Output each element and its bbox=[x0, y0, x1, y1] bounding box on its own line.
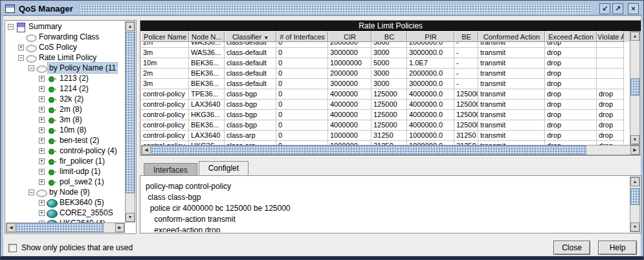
scroll-left-icon[interactable]: ◀ bbox=[6, 223, 16, 232]
tree-hscroll-thumb[interactable] bbox=[16, 223, 104, 232]
scroll-down-icon[interactable]: ▼ bbox=[630, 222, 639, 232]
tree-item[interactable]: +3m (8) bbox=[6, 114, 125, 125]
tree-item-label[interactable]: 10m (8) bbox=[58, 125, 87, 135]
scroll-down-icon[interactable]: ▼ bbox=[630, 135, 639, 144]
table-row[interactable]: 2mBEK36...class-default02000000300020000… bbox=[141, 69, 630, 79]
tree-expander-minus-icon[interactable]: − bbox=[28, 65, 34, 71]
tree-item-label[interactable]: 1213 (2) bbox=[58, 73, 90, 83]
table-vertical-scrollbar[interactable]: ▲ ▼ bbox=[630, 31, 640, 145]
table-row[interactable]: 3mWAS36...class-default03000000300030000… bbox=[141, 48, 630, 58]
tree-item-label[interactable]: Forwarding Class bbox=[38, 32, 100, 42]
tree-expander-minus-icon[interactable]: − bbox=[8, 24, 14, 30]
tree-item-label[interactable]: 1214 (2) bbox=[58, 83, 90, 94]
tree-item-label[interactable]: by Policy Name (11 bbox=[48, 63, 117, 73]
tree-item[interactable]: −by Node (9) bbox=[6, 187, 125, 197]
tree-item[interactable]: +1214 (2) bbox=[6, 83, 125, 94]
table-row[interactable]: control-policyLAX3640class-bgp0400000012… bbox=[141, 100, 630, 110]
column-header[interactable]: PIR bbox=[407, 31, 454, 42]
iconify-button[interactable]: ↙ bbox=[599, 3, 610, 14]
tree-expander-plus-icon[interactable]: + bbox=[39, 179, 45, 185]
table-row[interactable]: control-policyHKG36...class-bgp040000001… bbox=[141, 110, 630, 120]
column-header[interactable]: BC bbox=[372, 31, 407, 42]
tree-item[interactable]: +BEK3640 (5) bbox=[6, 197, 125, 208]
column-header[interactable]: Violate A bbox=[597, 31, 624, 42]
help-button[interactable]: Help bbox=[598, 241, 637, 255]
tree-expander-plus-icon[interactable]: + bbox=[39, 127, 45, 133]
scroll-up-icon[interactable]: ▲ bbox=[126, 22, 135, 31]
tree-expander-plus-icon[interactable]: + bbox=[39, 169, 45, 175]
tree-item[interactable]: −by Policy Name (11 bbox=[6, 63, 125, 73]
table-row[interactable]: 2mWAS36...class-default02000000300020000… bbox=[141, 42, 630, 48]
column-header[interactable]: # of Interfaces bbox=[276, 31, 328, 42]
tree-expander-plus-icon[interactable]: + bbox=[39, 96, 45, 102]
tree-vertical-scrollbar[interactable]: ▲ ▼ bbox=[125, 21, 135, 222]
tree-item-label[interactable]: 2m (8) bbox=[58, 104, 83, 114]
tab-interfaces[interactable]: Interfaces bbox=[144, 163, 197, 175]
column-header[interactable]: CIR bbox=[328, 31, 372, 42]
tree-item-label[interactable]: by Node (9) bbox=[48, 187, 91, 197]
tree-item-label[interactable]: Rate Limit Policy bbox=[38, 52, 98, 63]
configlet-vertical-scrollbar[interactable]: ▲ ▼ bbox=[630, 177, 640, 232]
tree-item[interactable]: +control-policy (4) bbox=[6, 146, 125, 156]
column-header[interactable]: Node N... bbox=[189, 31, 225, 42]
tree-item[interactable]: +fir_policer (1) bbox=[6, 156, 125, 166]
tree-item-label[interactable]: ben-test (2) bbox=[58, 135, 100, 146]
tree-item-label[interactable]: fir_policer (1) bbox=[58, 156, 106, 166]
tree-item[interactable]: +CORE2_3550S bbox=[6, 208, 125, 218]
table-row[interactable]: 10mBEK36...class-default01000000050001.0… bbox=[141, 58, 630, 69]
table-row[interactable]: control-policyTPE36...class-bgp040000001… bbox=[141, 89, 630, 100]
tree-item[interactable]: +32k (2) bbox=[6, 94, 125, 104]
table-row[interactable]: 3mBEK36...class-default03000000300030000… bbox=[141, 79, 630, 89]
scroll-up-icon[interactable]: ▲ bbox=[630, 177, 639, 186]
tree-vscroll-thumb[interactable] bbox=[126, 32, 135, 193]
tree-expander-plus-icon[interactable]: + bbox=[39, 210, 45, 216]
column-header[interactable]: Exceed Action bbox=[545, 31, 597, 42]
tree-expander-plus-icon[interactable]: + bbox=[39, 200, 45, 206]
tree-expander-plus-icon[interactable]: + bbox=[39, 158, 45, 164]
tree-item[interactable]: +1213 (2) bbox=[6, 73, 125, 83]
tree-item-label[interactable]: control-policy (4) bbox=[58, 146, 118, 156]
tab-configlet[interactable]: Configlet bbox=[199, 161, 249, 175]
tree-item-label[interactable]: 3m (8) bbox=[58, 114, 83, 125]
tree-item[interactable]: −Rate Limit Policy bbox=[6, 52, 125, 63]
column-header[interactable]: Conformed Action bbox=[478, 31, 545, 42]
tree-item-label[interactable]: limit-udp (1) bbox=[58, 166, 102, 177]
tree-expander-plus-icon[interactable]: + bbox=[18, 45, 24, 50]
tree-item-label[interactable]: HKG3640 (4) bbox=[58, 218, 107, 222]
table-hscroll-thumb[interactable] bbox=[151, 146, 586, 155]
table-row[interactable]: control-policyLAX3640class-arp0100000031… bbox=[141, 131, 630, 141]
tree-item-label[interactable]: CoS Policy bbox=[38, 42, 78, 52]
scroll-left-icon[interactable]: ◀ bbox=[142, 146, 151, 155]
close-window-button[interactable]: × bbox=[628, 3, 639, 14]
tree-expander-plus-icon[interactable]: + bbox=[39, 138, 45, 144]
column-header[interactable]: Classifier▼ bbox=[225, 31, 276, 42]
scroll-right-icon[interactable]: ▶ bbox=[630, 146, 639, 155]
tree-item[interactable]: Forwarding Class bbox=[6, 32, 125, 42]
table-horizontal-scrollbar[interactable]: ◀ ▶ bbox=[141, 145, 640, 155]
tree-expander-minus-icon[interactable]: − bbox=[28, 190, 34, 195]
scroll-right-icon[interactable]: ▶ bbox=[115, 223, 124, 232]
tree-item[interactable]: +pol_swe2 (1) bbox=[6, 177, 125, 187]
column-header[interactable]: Policer Name bbox=[141, 31, 189, 42]
configlet-text[interactable]: policy-map control-policy class class-bg… bbox=[142, 177, 628, 232]
tree-item-label[interactable]: BEK3640 (5) bbox=[58, 197, 105, 208]
tree-expander-plus-icon[interactable]: + bbox=[39, 107, 45, 113]
close-button[interactable]: Close bbox=[553, 241, 590, 255]
tree-expander-plus-icon[interactable]: + bbox=[39, 148, 45, 154]
tree-item-label[interactable]: pol_swe2 (1) bbox=[58, 177, 105, 187]
tree-item-label[interactable]: 32k (2) bbox=[58, 94, 85, 104]
tree-expander-plus-icon[interactable]: + bbox=[39, 76, 45, 81]
configlet-vscroll-thumb[interactable] bbox=[630, 188, 639, 205]
table-vscroll-thumb[interactable] bbox=[630, 78, 639, 96]
tree-horizontal-scrollbar[interactable]: ◀ ▶ bbox=[6, 222, 125, 233]
tree-item[interactable]: +ben-test (2) bbox=[6, 135, 125, 146]
tree-item-label[interactable]: CORE2_3550S bbox=[58, 208, 115, 218]
tree-expander-plus-icon[interactable]: + bbox=[39, 117, 45, 123]
titlebar[interactable]: QoS Manager ↙ ↗ × bbox=[3, 2, 641, 16]
tree-item[interactable]: +10m (8) bbox=[6, 125, 125, 135]
scroll-down-icon[interactable]: ▼ bbox=[126, 213, 135, 222]
tree-item[interactable]: +CoS Policy bbox=[6, 42, 125, 52]
tree-item[interactable]: +2m (8) bbox=[6, 104, 125, 114]
scroll-up-icon[interactable]: ▲ bbox=[630, 32, 639, 41]
maximize-button[interactable]: ↗ bbox=[612, 3, 623, 14]
